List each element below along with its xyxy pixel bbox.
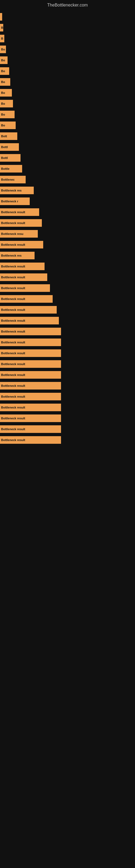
bar: Bottleneck result [0, 284, 50, 292]
bar-label: Bottleneck result [1, 351, 25, 355]
bar: Bo [0, 100, 13, 107]
bar-row: Bo [0, 66, 135, 76]
bar: Bottlenec [0, 176, 26, 183]
bar-label: Bo [1, 102, 5, 105]
bar-label: B [1, 37, 3, 40]
site-title: TheBottlenecker.com [0, 0, 135, 9]
bar-row: Bo [0, 98, 135, 109]
bar: Bottleneck result [0, 328, 61, 335]
bar-row: Bottleneck resu [0, 229, 135, 239]
bar-row: Bo [0, 44, 135, 55]
bar: Bottleneck result [0, 339, 61, 346]
bar-label: Bottleneck result [1, 362, 25, 366]
bar-label: Bottl [1, 156, 8, 159]
bar: Bottleneck result [0, 306, 57, 314]
bar-row: Bottleneck result [0, 337, 135, 347]
bars-container: BBBoBoBoBoBoBoBoBoBottBottlBottlBottleBo… [0, 9, 135, 448]
bar-row: Bottleneck result [0, 261, 135, 272]
bar-label: B [1, 26, 3, 29]
bar-label: Bottleneck result [1, 297, 25, 301]
bar: Bottleneck result [0, 393, 61, 400]
bar-label: Bottleneck result [1, 428, 25, 431]
bar-row: Bottleneck result [0, 402, 135, 412]
bar-row: Bo [0, 88, 135, 98]
bar-label: Bottleneck res [1, 189, 21, 192]
bar-row: Bo [0, 55, 135, 65]
bar-row: Bott [0, 131, 135, 141]
bar: Bottleneck result [0, 219, 42, 227]
bar: Bottleneck result [0, 425, 61, 433]
bar-label: Bottleneck result [1, 395, 25, 398]
bar-row: Bottleneck result [0, 326, 135, 337]
bar-label: Bottleneck result [1, 243, 25, 246]
bar: Bottleneck result [0, 360, 61, 368]
bar: Bo [0, 111, 14, 118]
bar: Bottleneck result [0, 349, 61, 357]
bar: Bottleneck result [0, 382, 61, 390]
bar-label: Bott [1, 134, 7, 138]
bar-label: Bottleneck result [1, 373, 25, 376]
bar-label: Bottl [1, 145, 8, 149]
bar-row: Bottleneck res [0, 185, 135, 195]
bar: Bottleneck result [0, 273, 47, 281]
bar-row: Bottl [0, 142, 135, 152]
bar-row: Bottleneck result [0, 207, 135, 217]
bar-row: Bottleneck result [0, 380, 135, 391]
bar-row: Bottleneck result [0, 359, 135, 369]
bar-label: Bottleneck resu [1, 232, 24, 236]
bar: Bottleneck resu [0, 230, 38, 238]
bar-row: Bo [0, 77, 135, 87]
bar-row: Bottleneck result [0, 315, 135, 326]
bar: Bo [0, 78, 10, 86]
bar-label: Bottleneck result [1, 416, 25, 420]
bar: Bottleneck result [0, 295, 53, 303]
bar-row: Bottleneck result [0, 305, 135, 315]
bar-label: Bottleneck result [1, 286, 25, 290]
bar: Bottleneck result [0, 436, 61, 444]
bar-label: Bo [1, 113, 5, 116]
bar: Bottleneck result [0, 371, 61, 379]
bar-label: Bo [1, 124, 5, 127]
bar: Bottl [0, 154, 20, 162]
bar: Bottleneck result [0, 414, 61, 422]
bar-row: Bottleneck result [0, 435, 135, 445]
bar: Bo [0, 89, 12, 97]
bar-label: Bottleneck result [1, 406, 25, 409]
bar-label: Bottleneck result [1, 308, 25, 311]
bar-row: Bottleneck result [0, 348, 135, 358]
bar: Bottleneck res [0, 252, 35, 259]
bar: Bottleneck r [0, 197, 30, 205]
bar-row: Bottleneck result [0, 218, 135, 228]
bar-row: B [0, 23, 135, 33]
bar: Bo [0, 56, 8, 64]
bar: Bottl [0, 143, 19, 151]
bar-label: Bottleneck r [1, 199, 18, 203]
bar: Bottleneck result [0, 208, 39, 216]
bar-label: Bo [1, 80, 5, 84]
bar-label: Bottlenec [1, 178, 14, 181]
bar-label: Bo [1, 59, 5, 62]
bar-label: Bottleneck result [1, 221, 25, 225]
bar [0, 13, 2, 21]
bar-row: Bottleneck result [0, 294, 135, 304]
bar-row: Bottleneck result [0, 272, 135, 282]
bar-row [0, 12, 135, 22]
bar-row: Bottleneck result [0, 283, 135, 293]
bar: Bottleneck result [0, 404, 61, 411]
bar-label: Bottleneck result [1, 384, 25, 388]
bar: Bo [0, 67, 9, 75]
bar-label: Bottleneck result [1, 438, 25, 442]
bar-row: Bo [0, 109, 135, 120]
bar-row: Bottleneck result [0, 370, 135, 380]
bar-row: Bottle [0, 163, 135, 174]
bar: Bottleneck result [0, 317, 59, 324]
bar-label: Bottleneck result [1, 276, 25, 279]
bar-label: Bo [1, 69, 5, 73]
bar: B [0, 24, 3, 31]
bar: Bottle [0, 165, 22, 173]
bar-label: Bottleneck result [1, 341, 25, 344]
bar-label: Bottleneck result [1, 211, 25, 214]
bar-row: Bottleneck res [0, 250, 135, 261]
bar-row: Bottl [0, 153, 135, 163]
bar-row: Bottleneck r [0, 196, 135, 207]
